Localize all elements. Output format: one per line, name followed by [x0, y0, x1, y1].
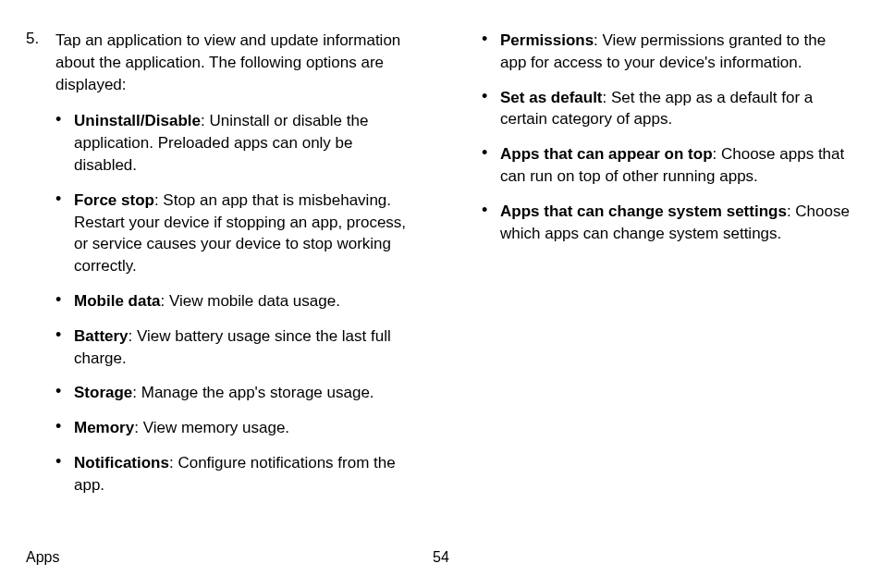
bullet-label: Apps that can appear on top	[500, 145, 713, 163]
left-column: 5. Tap an application to view and update…	[26, 30, 419, 509]
bullet-apps-on-top: • Apps that can appear on top: Choose ap…	[482, 143, 856, 188]
bullet-label: Memory	[74, 419, 134, 436]
right-bullets: • Permissions: View permissions granted …	[463, 30, 856, 244]
bullet-mobile-data: • Mobile data: View mobile data usage.	[55, 290, 419, 312]
bullet-label: Set as default	[500, 89, 603, 106]
bullet-apps-change-settings: • Apps that can change system settings: …	[482, 201, 856, 245]
bullet-icon: •	[482, 201, 500, 245]
content-columns: 5. Tap an application to view and update…	[26, 30, 856, 509]
bullet-battery: • Battery: View battery usage since the …	[55, 325, 419, 370]
bullet-label: Mobile data	[74, 292, 161, 310]
bullet-icon: •	[55, 290, 74, 312]
bullet-label: Uninstall/Disable	[74, 112, 201, 129]
bullet-desc: : View memory usage.	[134, 419, 289, 436]
bullet-icon: •	[482, 87, 500, 131]
bullet-label: Force stop	[74, 191, 154, 209]
page-footer: Apps 54	[26, 549, 856, 566]
bullet-icon: •	[55, 417, 74, 439]
bullet-storage: • Storage: Manage the app's storage usag…	[55, 382, 419, 404]
footer-section: Apps	[26, 549, 59, 566]
bullet-icon: •	[55, 452, 74, 496]
page-number: 54	[433, 549, 449, 566]
bullet-icon: •	[55, 325, 74, 370]
bullet-set-as-default: • Set as default: Set the app as a defau…	[482, 87, 856, 131]
bullet-label: Battery	[74, 327, 129, 345]
bullet-icon: •	[482, 143, 500, 188]
bullet-label: Apps that can change system settings	[500, 202, 787, 220]
bullet-label: Storage	[74, 384, 132, 401]
left-bullets: • Uninstall/Disable: Uninstall or disabl…	[26, 110, 419, 496]
bullet-icon: •	[482, 30, 500, 74]
bullet-icon: •	[55, 110, 74, 176]
bullet-uninstall-disable: • Uninstall/Disable: Uninstall or disabl…	[55, 110, 419, 176]
step-number: 5.	[26, 30, 55, 95]
bullet-notifications: • Notifications: Configure notifications…	[55, 452, 419, 496]
bullet-permissions: • Permissions: View permissions granted …	[482, 30, 856, 74]
bullet-desc: : Manage the app's storage usage.	[132, 384, 374, 401]
step-5: 5. Tap an application to view and update…	[26, 30, 419, 95]
bullet-label: Notifications	[74, 454, 169, 472]
bullet-icon: •	[55, 382, 74, 404]
right-column: • Permissions: View permissions granted …	[463, 30, 856, 509]
step-text: Tap an application to view and update in…	[55, 30, 419, 95]
bullet-icon: •	[55, 190, 74, 277]
bullet-label: Permissions	[500, 31, 594, 49]
bullet-memory: • Memory: View memory usage.	[55, 417, 419, 439]
bullet-desc: : View mobile data usage.	[161, 292, 340, 310]
bullet-force-stop: • Force stop: Stop an app that is misbeh…	[55, 190, 419, 277]
